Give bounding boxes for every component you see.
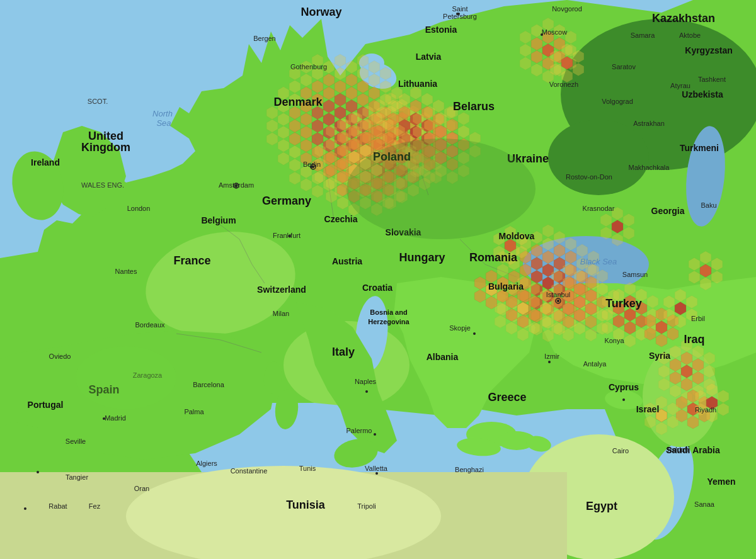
map-container[interactable] (0, 0, 756, 559)
map-canvas (0, 0, 756, 559)
